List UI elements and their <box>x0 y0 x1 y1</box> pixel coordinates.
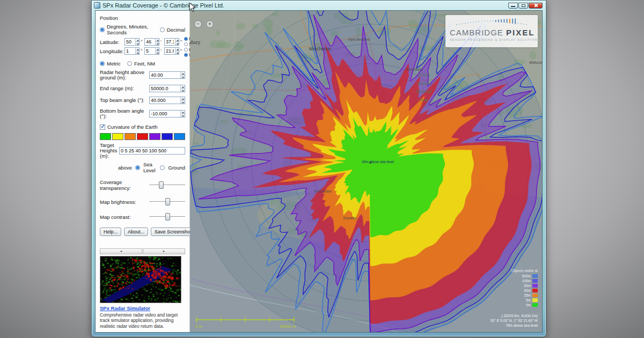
map-contrast-label: Map contrast: <box>100 214 149 220</box>
visibility-legend: Objects visible at 500m100m50m40m25m5m0m <box>511 268 538 307</box>
promo-next-button[interactable]: ► <box>143 248 185 254</box>
app-window[interactable]: SPx Radar Coverage - © Cambridge Pixel L… <box>91 0 546 337</box>
radar-height-annotation: 40m above sea level <box>340 160 415 164</box>
title-bar[interactable]: SPx Radar Coverage - © Cambridge Pixel L… <box>92 1 546 10</box>
coverage-transparency-slider[interactable] <box>149 181 185 189</box>
map-label: Salisbury <box>190 40 201 45</box>
metric-label: Metric <box>107 61 121 67</box>
radar-simulator-thumbnail[interactable] <box>100 256 181 303</box>
status-elevation: 76m above sea level <box>491 323 538 328</box>
promo-panel: ◄ ► SPx Radar Simulator Comprehensive ra… <box>100 248 185 329</box>
target-color-swatch[interactable] <box>137 133 148 140</box>
radar-height-spinner[interactable] <box>149 71 185 79</box>
minute-symbol: ' <box>160 48 163 54</box>
legend-row: 5m <box>511 298 538 303</box>
map-label: Shanklin <box>343 216 356 220</box>
slider-thumb[interactable] <box>159 181 164 189</box>
bottom-beam-angle-spinner[interactable] <box>149 110 185 117</box>
minute-symbol: ' <box>160 39 163 45</box>
end-range-spinner[interactable] <box>149 85 185 92</box>
degree-symbol: ° <box>141 48 143 54</box>
control-panel: Position Degrees, Minutes, Seconds Decim… <box>96 11 190 332</box>
map-label: Park <box>419 98 428 102</box>
longitude-label: Longitude: <box>100 48 123 54</box>
minimize-button[interactable] <box>508 3 518 9</box>
radio-degrees-minutes-seconds[interactable] <box>100 27 105 32</box>
radio-east[interactable] <box>184 48 188 52</box>
map-label: Downs <box>417 81 430 86</box>
latitude-label: Latitude: <box>100 39 123 45</box>
top-beam-angle-spinner[interactable] <box>149 97 185 104</box>
zoom-in-button[interactable]: + <box>206 20 214 28</box>
legend-row: 0m <box>511 303 538 307</box>
target-color-swatch[interactable] <box>125 133 136 140</box>
radar-height-label: Radar height above ground (m): <box>100 70 149 80</box>
scale-right-label: 50000 m <box>280 324 296 329</box>
map-brightness-slider[interactable] <box>149 197 185 206</box>
slider-thumb[interactable] <box>165 213 170 221</box>
desktop-background: SPx Radar Coverage - © Cambridge Pixel L… <box>0 0 644 338</box>
close-button[interactable] <box>529 3 543 9</box>
radar-coverage-map[interactable]: SalisburyWinchesterNew AlresfordPetersfi… <box>190 11 542 332</box>
map-scale-bar: 0 m 50000 m <box>194 316 302 330</box>
map-brightness-label: Map brightness: <box>100 199 149 205</box>
longitude-degrees-spinner[interactable] <box>125 47 140 55</box>
radio-ground[interactable] <box>160 165 165 170</box>
radio-decimal-label: Decimal <box>167 27 185 33</box>
second-symbol: " <box>180 39 183 45</box>
target-color-swatches <box>100 133 185 140</box>
target-color-swatch[interactable] <box>100 133 111 140</box>
above-label: above <box>118 165 132 171</box>
radio-north[interactable] <box>184 37 188 41</box>
slider-thumb[interactable] <box>165 198 170 205</box>
ground-label: Ground <box>168 165 185 171</box>
second-symbol: " <box>180 48 183 54</box>
top-beam-angle-label: Top beam angle (°): <box>100 98 149 103</box>
radio-metric[interactable] <box>100 61 105 66</box>
promo-prev-button[interactable]: ◄ <box>100 248 142 254</box>
latitude-seconds-spinner[interactable] <box>164 38 179 46</box>
map-label: New Alresford <box>348 38 370 41</box>
radio-south[interactable] <box>184 42 188 46</box>
radio-sea-level[interactable] <box>135 165 140 170</box>
map-label: South <box>418 72 429 77</box>
radio-decimal[interactable] <box>160 27 165 32</box>
zoom-out-button[interactable]: − <box>194 20 202 28</box>
map-contrast-slider[interactable] <box>149 212 185 221</box>
radio-dms-label: Degrees, Minutes, Seconds <box>107 24 156 35</box>
mouse-cursor <box>189 2 196 13</box>
map-label: National <box>416 89 431 94</box>
radio-feet-nm[interactable] <box>127 61 132 66</box>
logo-tagline: SENSOR PROCESSING & DISPLAY SOLUTIONS <box>450 38 533 41</box>
radio-west[interactable] <box>184 53 188 57</box>
target-color-swatch[interactable] <box>112 133 123 140</box>
about-button[interactable]: About... <box>124 227 148 236</box>
degree-symbol: ° <box>141 39 143 45</box>
legend-row: 25m <box>511 293 538 298</box>
map-area[interactable]: SalisburyWinchesterNew AlresfordPetersfi… <box>190 11 542 332</box>
status-xy: (-32093.5m, 41634.2m) <box>491 313 538 318</box>
target-color-swatch[interactable] <box>174 133 185 140</box>
latitude-degrees-spinner[interactable] <box>125 38 140 46</box>
minimize-icon <box>511 6 515 7</box>
target-color-swatch[interactable] <box>149 133 160 140</box>
legend-title: Objects visible at <box>511 268 538 273</box>
legend-row: 40m <box>511 288 538 293</box>
sea-level-label: Sea Level <box>143 161 157 173</box>
maximize-button[interactable] <box>518 3 528 9</box>
longitude-minutes-spinner[interactable] <box>144 47 159 55</box>
target-color-swatch[interactable] <box>162 133 173 140</box>
window-title: SPx Radar Coverage - © Cambridge Pixel L… <box>103 2 506 9</box>
cambridge-pixel-logo: CAMBRIDGE PIXEL SENSOR PROCESSING & DISP… <box>445 15 538 47</box>
latitude-minutes-spinner[interactable] <box>144 38 159 46</box>
help-button[interactable]: Help... <box>100 227 121 236</box>
longitude-seconds-spinner[interactable] <box>164 47 179 55</box>
target-heights-input[interactable] <box>119 147 185 155</box>
spx-radar-simulator-link[interactable]: SPx Radar Simulator <box>100 305 185 311</box>
app-icon <box>94 2 100 9</box>
target-heights-label: Target Heights (m): <box>100 143 119 159</box>
promo-description: Comprehensive radar video and target tra… <box>100 312 185 329</box>
logo-pixel: PIXEL <box>506 28 535 37</box>
end-range-label: End range (m): <box>100 86 149 91</box>
curvature-checkbox[interactable] <box>100 124 105 130</box>
